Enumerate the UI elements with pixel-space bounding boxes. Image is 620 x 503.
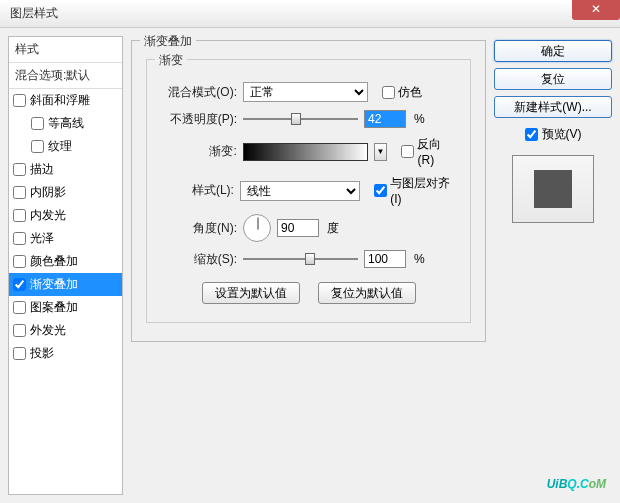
align-checkbox-wrap[interactable]: 与图层对齐(I) [374,175,458,206]
sidebar-header[interactable]: 样式 [9,37,122,63]
align-label: 与图层对齐(I) [390,175,458,206]
style-item-7[interactable]: 颜色叠加 [9,250,122,273]
angle-unit: 度 [327,220,339,237]
blend-mode-row: 混合模式(O): 正常 仿色 [159,82,458,102]
style-select[interactable]: 线性 [240,181,360,201]
angle-input[interactable] [277,219,319,237]
styles-sidebar: 样式 混合选项:默认 斜面和浮雕等高线纹理描边内阴影内发光光泽颜色叠加渐变叠加图… [8,36,123,495]
style-item-8[interactable]: 渐变叠加 [9,273,122,296]
style-item-3[interactable]: 描边 [9,158,122,181]
style-item-label: 内阴影 [30,184,66,201]
style-item-checkbox[interactable] [13,94,26,107]
style-item-checkbox[interactable] [13,278,26,291]
style-item-label: 等高线 [48,115,84,132]
style-item-9[interactable]: 图案叠加 [9,296,122,319]
close-button[interactable]: ✕ [572,0,620,20]
style-item-1[interactable]: 等高线 [9,112,122,135]
watermark: UiBQ.CoM [547,470,606,493]
opacity-label: 不透明度(P): [159,111,237,128]
style-item-checkbox[interactable] [13,163,26,176]
style-item-11[interactable]: 投影 [9,342,122,365]
preview-checkbox-wrap[interactable]: 预览(V) [494,126,612,143]
style-item-6[interactable]: 光泽 [9,227,122,250]
style-item-label: 渐变叠加 [30,276,78,293]
sidebar-blending-options[interactable]: 混合选项:默认 [9,63,122,89]
style-label: 样式(L): [159,182,234,199]
angle-label: 角度(N): [159,220,237,237]
angle-dial[interactable] [243,214,271,242]
action-panel: 确定 复位 新建样式(W)... 预览(V) [494,36,612,495]
reverse-label: 反向(R) [417,136,458,167]
style-item-2[interactable]: 纹理 [9,135,122,158]
reverse-checkbox[interactable] [401,145,414,158]
gradient-inner-group: 渐变 混合模式(O): 正常 仿色 不透明度(P): [146,59,471,323]
gradient-dropdown-arrow[interactable]: ▼ [374,143,388,161]
style-item-label: 图案叠加 [30,299,78,316]
blend-mode-select[interactable]: 正常 [243,82,368,102]
style-item-checkbox[interactable] [31,117,44,130]
scale-label: 缩放(S): [159,251,237,268]
preview-checkbox[interactable] [525,128,538,141]
set-default-button[interactable]: 设置为默认值 [202,282,300,304]
scale-row: 缩放(S): % [159,250,458,268]
blend-mode-label: 混合模式(O): [159,84,237,101]
main-area: 样式 混合选项:默认 斜面和浮雕等高线纹理描边内阴影内发光光泽颜色叠加渐变叠加图… [0,28,620,503]
gradient-row: 渐变: ▼ 反向(R) [159,136,458,167]
style-item-label: 投影 [30,345,54,362]
titlebar: 图层样式 ✕ [0,0,620,28]
style-item-label: 光泽 [30,230,54,247]
style-item-label: 描边 [30,161,54,178]
style-item-checkbox[interactable] [13,255,26,268]
style-item-label: 外发光 [30,322,66,339]
window-title: 图层样式 [10,5,58,22]
style-item-label: 纹理 [48,138,72,155]
style-item-checkbox[interactable] [13,232,26,245]
group-title: 渐变叠加 [140,33,196,50]
align-checkbox[interactable] [374,184,387,197]
style-item-label: 内发光 [30,207,66,224]
gradient-picker[interactable] [243,143,368,161]
close-icon: ✕ [591,2,601,16]
gradient-label: 渐变: [159,143,237,160]
default-button-row: 设置为默认值 复位为默认值 [159,282,458,304]
inner-group-title: 渐变 [155,52,187,69]
new-style-button[interactable]: 新建样式(W)... [494,96,612,118]
opacity-slider[interactable] [243,112,358,126]
style-item-0[interactable]: 斜面和浮雕 [9,89,122,112]
scale-unit: % [414,252,425,266]
dither-checkbox[interactable] [382,86,395,99]
preview-swatch [534,170,572,208]
gradient-overlay-group: 渐变叠加 渐变 混合模式(O): 正常 仿色 不透明度(P): [131,40,486,342]
opacity-unit: % [414,112,425,126]
style-item-checkbox[interactable] [13,301,26,314]
style-item-4[interactable]: 内阴影 [9,181,122,204]
style-item-checkbox[interactable] [13,209,26,222]
scale-slider[interactable] [243,252,358,266]
style-item-5[interactable]: 内发光 [9,204,122,227]
scale-input[interactable] [364,250,406,268]
style-row: 样式(L): 线性 与图层对齐(I) [159,175,458,206]
style-item-label: 颜色叠加 [30,253,78,270]
cancel-button[interactable]: 复位 [494,68,612,90]
ok-button[interactable]: 确定 [494,40,612,62]
preview-box [512,155,594,223]
style-item-checkbox[interactable] [13,186,26,199]
style-item-10[interactable]: 外发光 [9,319,122,342]
style-item-checkbox[interactable] [31,140,44,153]
style-list: 斜面和浮雕等高线纹理描边内阴影内发光光泽颜色叠加渐变叠加图案叠加外发光投影 [9,89,122,365]
angle-row: 角度(N): 度 [159,214,458,242]
style-item-checkbox[interactable] [13,347,26,360]
reset-default-button[interactable]: 复位为默认值 [318,282,416,304]
opacity-row: 不透明度(P): % [159,110,458,128]
opacity-input[interactable] [364,110,406,128]
dither-label: 仿色 [398,84,422,101]
dither-checkbox-wrap[interactable]: 仿色 [382,84,422,101]
settings-panel: 渐变叠加 渐变 混合模式(O): 正常 仿色 不透明度(P): [131,36,486,495]
style-item-label: 斜面和浮雕 [30,92,90,109]
style-item-checkbox[interactable] [13,324,26,337]
reverse-checkbox-wrap[interactable]: 反向(R) [401,136,458,167]
preview-label: 预览(V) [542,126,582,143]
